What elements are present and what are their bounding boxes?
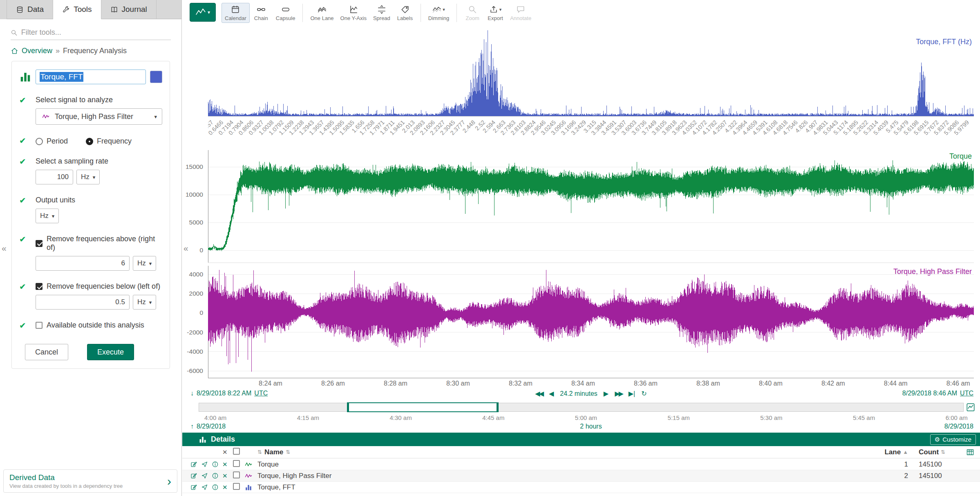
item-count: 145100	[908, 460, 957, 469]
info-icon[interactable]	[212, 472, 222, 480]
step-to-end-button[interactable]: ▶|	[629, 390, 635, 397]
remove-above-section: ✔ Remove frequencies above (right of) Hz…	[19, 235, 162, 271]
display-range-end[interactable]: 8/29/2018 8:46 AM UTC	[902, 390, 973, 397]
row-checkbox[interactable]	[233, 483, 240, 490]
torque-chart[interactable]	[208, 150, 974, 263]
remove-below-section: ✔ Remove frequencies below (left of) Hz …	[19, 282, 162, 310]
remove-icon[interactable]: ✕	[222, 484, 233, 491]
tab-journal[interactable]: Journal	[101, 0, 157, 19]
edit-icon[interactable]	[190, 461, 201, 468]
arrow-up-icon: ↑	[190, 423, 194, 430]
row-checkbox[interactable]	[233, 460, 240, 467]
home-icon[interactable]	[11, 47, 18, 55]
refresh-button[interactable]: ↻	[641, 390, 647, 397]
timezone-link[interactable]: UTC	[960, 390, 973, 397]
remove-below-input[interactable]	[36, 295, 130, 310]
pan-right-button[interactable]: ▶	[604, 390, 609, 397]
slider-tick-label: 4:45 am	[482, 414, 504, 421]
toolbar-export-button[interactable]: ▾Export	[484, 3, 507, 23]
cancel-button[interactable]: Cancel	[25, 344, 68, 360]
remove-above-checkbox[interactable]	[36, 240, 43, 247]
sampling-rate-input[interactable]	[36, 170, 73, 184]
edit-icon[interactable]	[190, 472, 201, 480]
duration-label[interactable]: 24.2 minutes	[560, 390, 597, 397]
select-all-checkbox[interactable]	[233, 448, 240, 455]
item-name[interactable]: Torque, FFT	[257, 483, 879, 492]
tab-data[interactable]: Data	[7, 0, 53, 19]
pan-left-button[interactable]: ◀	[549, 390, 554, 397]
sort-icon[interactable]: ⇅	[941, 449, 945, 455]
toolbar-labels-button[interactable]: Labels	[394, 3, 416, 23]
info-icon[interactable]	[212, 484, 222, 491]
investigate-duration[interactable]: 2 hours	[580, 423, 602, 430]
frequency-radio[interactable]: Frequency	[86, 137, 132, 146]
remove-above-unit-select[interactable]: Hz ▾	[133, 256, 156, 271]
investigate-start-date[interactable]: ↑ 8/29/2018	[190, 423, 226, 430]
execute-button[interactable]: Execute	[87, 344, 134, 360]
derived-data-panel[interactable]: Derived Data View data created by tools …	[3, 469, 177, 493]
count-column-header[interactable]: Count	[919, 448, 939, 456]
tab-tools[interactable]: Tools	[53, 0, 101, 19]
journal-icon	[110, 6, 118, 13]
table-row[interactable]: ✕Torque, FFT	[182, 482, 980, 493]
timezone-link[interactable]: UTC	[254, 390, 268, 397]
remove-icon[interactable]: ✕	[222, 461, 233, 468]
toolbar-spread-button[interactable]: Spread	[370, 3, 394, 23]
output-units-select[interactable]: Hz ▾	[36, 209, 59, 223]
hpf-chart[interactable]	[208, 266, 974, 378]
investigate-end-date[interactable]: 8/29/2018	[944, 423, 973, 430]
item-name[interactable]: Torque	[257, 460, 879, 469]
slider-track[interactable]	[199, 403, 964, 412]
lane-column-header[interactable]: Lane	[884, 448, 901, 456]
table-row[interactable]: ✕Torque, High Pass Filter2145100	[182, 470, 980, 482]
toolbar-calendar-button[interactable]: Calendar	[222, 3, 250, 23]
fft-chart[interactable]	[208, 26, 974, 117]
slider-window[interactable]	[347, 402, 499, 412]
breadcrumb-overview[interactable]: Overview	[22, 47, 52, 55]
forward-icon[interactable]	[201, 461, 212, 468]
remove-above-input[interactable]	[36, 256, 130, 271]
seeq-workbench: Data Tools Journal Overview » Frequency …	[0, 0, 980, 496]
color-swatch[interactable]	[150, 71, 162, 83]
columns-icon[interactable]	[966, 448, 974, 456]
table-row[interactable]: ✕Torque1145100	[182, 459, 980, 470]
period-radio[interactable]: Period	[36, 137, 68, 146]
result-name-input[interactable]: Torque, FFT	[36, 70, 146, 84]
toolbar-chain-button[interactable]: Chain	[250, 3, 273, 23]
item-name[interactable]: Torque, High Pass Filter	[257, 472, 879, 480]
display-range-start[interactable]: ↓ 8/29/2018 8:22 AM UTC	[190, 390, 268, 397]
remove-below-unit-select[interactable]: Hz ▾	[133, 295, 156, 310]
remove-below-checkbox[interactable]	[36, 283, 43, 290]
signal-select[interactable]: Torque, High Pass Filter ▾	[36, 108, 162, 125]
sort-ascending-icon[interactable]: ▲	[903, 449, 908, 455]
forward-icon[interactable]	[201, 472, 212, 480]
available-outside-checkbox[interactable]	[36, 322, 43, 329]
sampling-unit-select[interactable]: Hz ▾	[76, 170, 100, 184]
x-tick-label: 8:24 am	[259, 380, 282, 387]
forward-icon[interactable]	[201, 484, 212, 491]
sort-icon[interactable]: ⇅	[257, 449, 262, 455]
sort-icon[interactable]: ⇅	[286, 449, 290, 455]
sidebar-tabs: Data Tools Journal	[0, 0, 181, 19]
display-mode-button[interactable]: ▾	[190, 3, 216, 22]
name-column-header[interactable]: Name	[264, 448, 283, 456]
slider-tick-label: 4:00 am	[204, 414, 226, 421]
check-icon: ✔	[19, 196, 30, 223]
pan-left-far-button[interactable]: ◀◀	[535, 390, 543, 397]
toolbar-capsule-button[interactable]: Capsule	[273, 3, 299, 23]
edit-icon[interactable]	[190, 484, 201, 491]
x-tick-label: 8:44 am	[884, 380, 908, 387]
slider-tick-label: 4:15 am	[297, 414, 319, 421]
customize-button[interactable]: ⚙ Customize	[930, 434, 976, 445]
remove-icon[interactable]: ✕	[222, 472, 233, 480]
toolbar-one-lane-button[interactable]: One Lane	[307, 3, 337, 23]
toolbar-dimming-button[interactable]: ▾Dimming	[425, 3, 452, 23]
pan-right-far-button[interactable]: ▶▶	[615, 390, 622, 397]
toolbar-one-y-axis-button[interactable]: One Y-Axis	[337, 3, 370, 23]
row-checkbox[interactable]	[233, 471, 240, 478]
info-icon[interactable]	[212, 461, 222, 468]
remove-all-icon[interactable]: ✕	[222, 449, 233, 456]
collapse-panel-left-icon[interactable]: «	[2, 244, 7, 252]
search-input[interactable]	[21, 28, 171, 37]
slider-chart-icon[interactable]	[966, 403, 975, 412]
